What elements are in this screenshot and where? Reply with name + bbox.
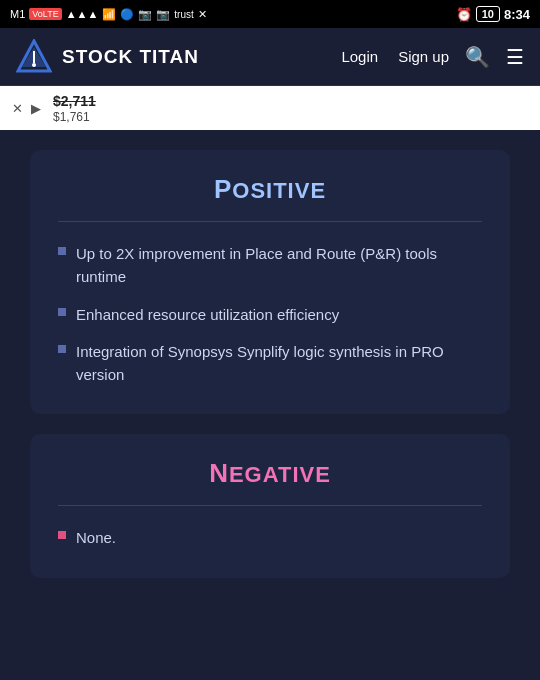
logo-icon: [16, 39, 52, 75]
positive-list: Up to 2X improvement in Place and Route …: [58, 242, 482, 386]
ad-sale-price: $1,761: [53, 110, 96, 124]
battery-indicator: 10: [476, 6, 500, 22]
ad-close-icon[interactable]: ✕: [12, 101, 23, 116]
negative-section: NEGATIVE None.: [30, 434, 510, 577]
list-item: Enhanced resource utilization efficiency: [58, 303, 482, 326]
ad-prices: $2,711 $1,761: [53, 93, 96, 124]
wifi-icon: 📶: [102, 8, 116, 21]
menu-icon[interactable]: ☰: [506, 45, 524, 69]
bullet-icon: [58, 247, 66, 255]
positive-bullet-3: Integration of Synopsys Synplify logic s…: [76, 340, 482, 387]
logo-area: STOCK TITAN: [16, 39, 341, 75]
instagram-icon: 📷: [156, 8, 170, 21]
status-right: ⏰ 10 8:34: [456, 6, 530, 22]
positive-rest: OSITIVE: [232, 178, 326, 203]
ad-original-price: $2,711: [53, 93, 96, 109]
signup-link[interactable]: Sign up: [398, 48, 449, 65]
logo-text: STOCK TITAN: [62, 46, 199, 68]
list-item: None.: [58, 526, 482, 549]
positive-bullet-1: Up to 2X improvement in Place and Route …: [76, 242, 482, 289]
positive-title: POSITIVE: [58, 174, 482, 205]
status-bar: M1 VoLTE ▲▲▲ 📶 🔵 📷 📷 trust ✕ ⏰ 10 8:34: [0, 0, 540, 28]
camera-icon: 📷: [138, 8, 152, 21]
negative-bullet-1: None.: [76, 526, 116, 549]
positive-divider: [58, 221, 482, 222]
positive-first-letter: P: [214, 174, 232, 204]
trust-icon: trust: [174, 9, 193, 20]
navbar: STOCK TITAN Login Sign up 🔍 ☰: [0, 28, 540, 86]
bullet-icon: [58, 531, 66, 539]
status-left: M1 VoLTE ▲▲▲ 📶 🔵 📷 📷 trust ✕: [10, 8, 207, 21]
nav-links: Login Sign up: [341, 48, 449, 65]
main-content: POSITIVE Up to 2X improvement in Place a…: [0, 130, 540, 680]
signal-bars: ▲▲▲: [66, 8, 99, 20]
negative-first-letter: N: [209, 458, 229, 488]
negative-list: None.: [58, 526, 482, 549]
list-item: Up to 2X improvement in Place and Route …: [58, 242, 482, 289]
svg-point-3: [32, 63, 36, 67]
nav-icons: 🔍 ☰: [465, 45, 524, 69]
negative-divider: [58, 505, 482, 506]
search-icon[interactable]: 🔍: [465, 45, 490, 69]
negative-rest: EGATIVE: [229, 462, 331, 487]
ad-play-icon[interactable]: ▶: [31, 101, 41, 116]
bullet-icon: [58, 345, 66, 353]
volte-badge: VoLTE: [29, 8, 61, 20]
x-icon: ✕: [198, 8, 207, 21]
time-display: 8:34: [504, 7, 530, 22]
carrier-label: M1: [10, 8, 25, 20]
positive-section: POSITIVE Up to 2X improvement in Place a…: [30, 150, 510, 414]
login-link[interactable]: Login: [341, 48, 378, 65]
bullet-icon: [58, 308, 66, 316]
positive-bullet-2: Enhanced resource utilization efficiency: [76, 303, 339, 326]
bluetooth-icon: 🔵: [120, 8, 134, 21]
negative-title: NEGATIVE: [58, 458, 482, 489]
list-item: Integration of Synopsys Synplify logic s…: [58, 340, 482, 387]
alarm-icon: ⏰: [456, 7, 472, 22]
ad-banner: ✕ ▶ $2,711 $1,761: [0, 86, 540, 130]
